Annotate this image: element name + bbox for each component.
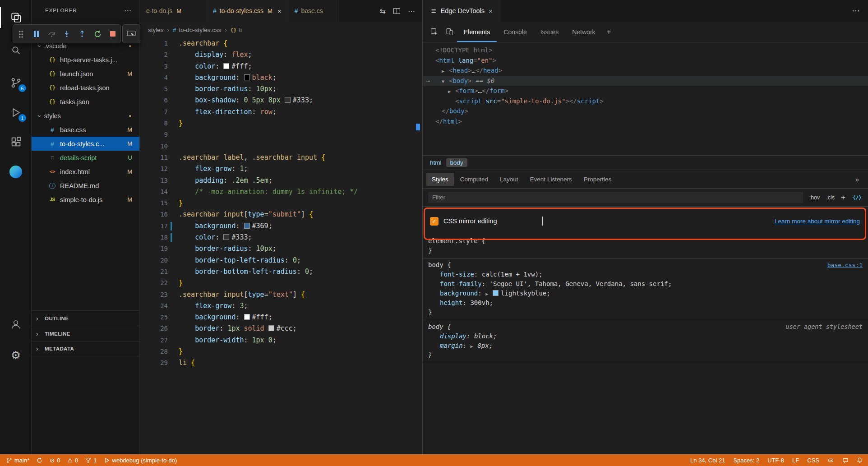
folder-item-styles[interactable]: ›styles● — [32, 109, 139, 123]
learn-more-link[interactable]: Learn more about mirror editing — [775, 218, 860, 225]
code-line-25[interactable]: 25 background: #fff; — [140, 312, 422, 323]
status-branch-indicator[interactable]: main* — [6, 457, 29, 464]
account-icon[interactable] — [0, 314, 32, 335]
css-declaration[interactable]: background: ▶lightskyblue; — [428, 289, 863, 298]
styles-tab-styles[interactable]: Styles — [426, 173, 454, 186]
dom-node[interactable]: ▶<form>…</form> — [423, 86, 868, 96]
editor-tab-e-to-do.js[interactable]: e-to-do.jsM — [140, 0, 207, 22]
color-swatch[interactable] — [244, 223, 250, 229]
code-line-24[interactable]: 24 flex-grow: 3; — [140, 300, 422, 312]
status-errors-indicator[interactable]: ⊘0 — [50, 457, 60, 464]
devtools-tab-issues[interactable]: Issues — [534, 22, 565, 42]
dom-node[interactable]: </html> — [423, 116, 868, 127]
code-line-26[interactable]: 26 border: 1px solid #ccc; — [140, 323, 422, 334]
breadcrumb-item-to-do-styles.css[interactable]: #to-do-styles.css — [173, 27, 221, 33]
more-actions-icon[interactable]: ⋯ — [408, 7, 415, 15]
code-line-1[interactable]: 1.searchbar { — [140, 38, 422, 49]
filter-input[interactable]: Filter — [428, 192, 803, 203]
section-metadata[interactable]: ›METADATA — [32, 341, 139, 356]
status-debug-session[interactable]: webdebug (simple-to-do) — [104, 457, 177, 464]
dom-node[interactable]: <!DOCTYPE html> — [423, 45, 868, 55]
toggle-class-state[interactable]: .cls — [826, 194, 835, 201]
code-line-19[interactable]: 19 border-radius: 10px; — [140, 243, 422, 254]
code-line-7[interactable]: 7 flex-direction: row; — [140, 106, 422, 118]
code-line-6[interactable]: 6 box-shadow: 0 5px 8px #333; — [140, 95, 422, 106]
file-item-README.md[interactable]: iREADME.md — [32, 179, 139, 193]
css-rule[interactable]: body {user agent stylesheetdisplay: bloc… — [423, 320, 868, 363]
file-item-launch.json[interactable]: {}launch.jsonM — [32, 67, 139, 81]
more-actions-icon[interactable]: ⋯ — [852, 6, 860, 16]
color-swatch[interactable] — [244, 314, 250, 320]
split-editor-icon[interactable] — [393, 7, 401, 15]
code-line-15[interactable]: 15} — [140, 198, 422, 209]
file-item-tasks.json[interactable]: {}tasks.json — [32, 95, 139, 109]
status-warnings-indicator[interactable]: ⚠0 — [67, 457, 78, 464]
color-swatch[interactable] — [285, 97, 291, 103]
file-item-simple-to-do.js[interactable]: JSsimple-to-do.jsM — [32, 193, 139, 207]
code-line-2[interactable]: 2 display: flex; — [140, 49, 422, 60]
code-line-17[interactable]: 17 background: #369; — [140, 221, 422, 232]
file-item-index.html[interactable]: <>index.htmlM — [32, 165, 139, 179]
settings-gear-icon[interactable]: ⚙ — [0, 345, 32, 365]
devtools-panel-tab[interactable]: ≡ Edge DevTools × — [423, 0, 501, 22]
status-notifications[interactable] — [857, 457, 863, 463]
drag-handle-icon[interactable] — [13, 24, 28, 43]
code-line-28[interactable]: 28} — [140, 346, 422, 357]
css-declaration[interactable]: margin: ▶8px; — [428, 341, 863, 351]
styles-tab-event-listeners[interactable]: Event Listeners — [525, 173, 577, 186]
stop-icon[interactable] — [105, 24, 120, 43]
editor-tab-to-do-styles.css[interactable]: #to-do-styles.cssM× — [207, 0, 288, 22]
code-line-9[interactable]: 9 — [140, 129, 422, 140]
section-outline[interactable]: ›OUTLINE — [32, 310, 139, 326]
close-icon[interactable]: × — [489, 7, 493, 15]
dom-crumb-html[interactable]: html — [430, 159, 442, 166]
step-over-icon[interactable] — [44, 24, 59, 43]
dom-node[interactable]: <script src="simple-to-do.js"></script> — [423, 96, 868, 106]
stylesheet-link[interactable]: base.css:1 — [827, 260, 863, 270]
add-tab-icon[interactable]: + — [602, 22, 616, 42]
code-line-3[interactable]: 3 color: #fff; — [140, 61, 422, 72]
breadcrumb-item-styles[interactable]: styles — [148, 27, 164, 33]
step-out-icon[interactable] — [74, 24, 90, 43]
file-item-base.css[interactable]: #base.cssM — [32, 123, 139, 137]
extensions-icon[interactable] — [0, 132, 32, 152]
code-line-21[interactable]: 21 border-bottom-left-radius: 0; — [140, 266, 422, 277]
code-line-12[interactable]: 12 flex-grow: 1; — [140, 163, 422, 175]
more-actions-icon[interactable]: ⋯ — [426, 76, 430, 86]
code-line-14[interactable]: 14 /* -moz-animation: dummy 1s infinite;… — [140, 186, 422, 198]
status-language-mode[interactable]: CSS — [807, 457, 819, 464]
status-sync-indicator[interactable] — [37, 457, 42, 463]
css-rule[interactable]: element.style {} — [423, 235, 868, 258]
code-line-27[interactable]: 27 border-width: 1px 0; — [140, 335, 422, 346]
color-swatch[interactable] — [244, 74, 250, 80]
css-declaration[interactable]: height: 300vh; — [428, 298, 863, 308]
devtools-tab-network[interactable]: Network — [565, 22, 602, 42]
open-changes-icon[interactable]: ⇆ — [380, 7, 386, 15]
status-feedback[interactable] — [842, 457, 849, 463]
file-item-reload-tasks.json[interactable]: {}reload-tasks.json — [32, 81, 139, 95]
code-line-11[interactable]: 11.searchbar label, .searchbar input { — [140, 152, 422, 163]
code-line-4[interactable]: 4 background: black; — [140, 72, 422, 83]
code-editor[interactable]: 1.searchbar {2 display: flex;3 color: #f… — [140, 38, 422, 454]
devtools-tab-elements[interactable]: Elements — [457, 22, 497, 42]
toggle-hover-state[interactable]: :hov — [809, 194, 820, 201]
css-declaration[interactable]: font-size: calc(1em + 1vw); — [428, 270, 863, 279]
styles-tab-computed[interactable]: Computed — [455, 173, 494, 186]
code-line-10[interactable]: 10 — [140, 141, 422, 152]
css-declaration[interactable]: font-family: 'Segoe UI', Tahoma, Geneva,… — [428, 279, 863, 289]
status-encoding[interactable]: UTF-8 — [767, 457, 784, 464]
code-line-16[interactable]: 16.searchbar input[type="submit"] { — [140, 209, 422, 220]
breadcrumb-item-li[interactable]: {}li — [231, 27, 242, 33]
file-item-http-server-tasks.j...[interactable]: {}http-server-tasks.j... — [32, 53, 139, 67]
close-tab-icon[interactable]: × — [277, 7, 282, 15]
code-line-29[interactable]: 29li { — [140, 357, 422, 369]
dom-node[interactable]: ▶<head>…</head> — [423, 65, 868, 76]
overflow-chevron-icon[interactable]: » — [855, 175, 859, 183]
dom-node[interactable]: </body> — [423, 106, 868, 116]
restart-icon[interactable] — [90, 24, 105, 43]
css-declaration[interactable]: display: block; — [428, 332, 863, 341]
code-line-5[interactable]: 5 border-radius: 10px; — [140, 83, 422, 95]
status-fork-indicator[interactable]: 1 — [85, 457, 97, 464]
css-rule[interactable]: body {base.css:1font-size: calc(1em + 1v… — [423, 258, 868, 320]
source-control-icon[interactable]: 6 — [0, 72, 32, 93]
